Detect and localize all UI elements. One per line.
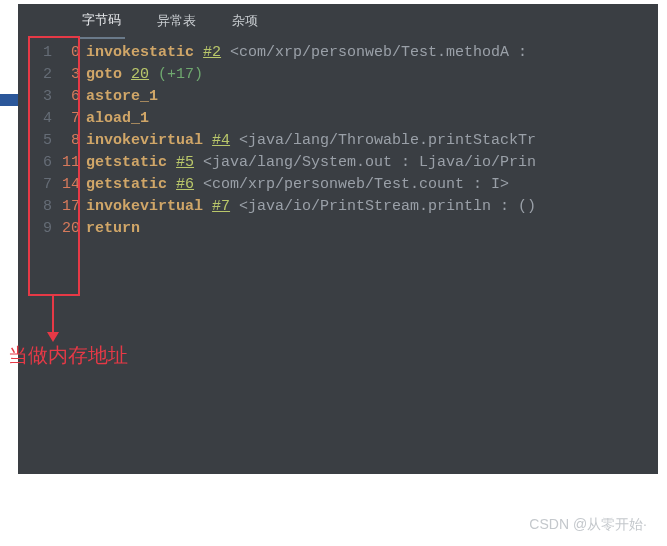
descriptor: <com/xrp/personweb/Test.count : I> <box>194 176 509 193</box>
bytecode-offset: 20 <box>60 218 86 240</box>
line-number: 1 <box>18 42 60 64</box>
opcode: astore_1 <box>86 88 158 105</box>
opcode: invokevirtual <box>86 132 203 149</box>
line-number: 9 <box>18 218 60 240</box>
annotation-arrow <box>52 296 54 340</box>
descriptor: <java/lang/Throwable.printStackTr <box>230 132 536 149</box>
opcode: goto <box>86 66 122 83</box>
bytecode-offset: 17 <box>60 196 86 218</box>
constant-pool-ref[interactable]: #7 <box>212 198 230 215</box>
opcode: invokevirtual <box>86 198 203 215</box>
instruction: goto 20 (+17) <box>86 64 658 86</box>
opcode: getstatic <box>86 176 167 193</box>
constant-pool-ref[interactable]: #5 <box>176 154 194 171</box>
code-line[interactable]: 36astore_1 <box>18 86 658 108</box>
bytecode-offset: 8 <box>60 130 86 152</box>
constant-pool-ref[interactable]: #2 <box>203 44 221 61</box>
line-number: 4 <box>18 108 60 130</box>
opcode: aload_1 <box>86 110 149 127</box>
instruction: return <box>86 218 658 240</box>
instruction: invokestatic #2 <com/xrp/personweb/Test.… <box>86 42 658 64</box>
tab-exception-table[interactable]: 异常表 <box>153 4 200 38</box>
line-number: 8 <box>18 196 60 218</box>
opcode: invokestatic <box>86 44 194 61</box>
tab-bytecode[interactable]: 字节码 <box>78 3 125 39</box>
code-line[interactable]: 58invokevirtual #4 <java/lang/Throwable.… <box>18 130 658 152</box>
line-number: 6 <box>18 152 60 174</box>
bytecode-offset: 14 <box>60 174 86 196</box>
bytecode-offset: 0 <box>60 42 86 64</box>
code-line[interactable]: 47aload_1 <box>18 108 658 130</box>
bytecode-offset: 6 <box>60 86 86 108</box>
instruction: astore_1 <box>86 86 658 108</box>
constant-pool-ref[interactable]: #6 <box>176 176 194 193</box>
instruction: invokevirtual #4 <java/lang/Throwable.pr… <box>86 130 658 152</box>
descriptor: <java/lang/System.out : Ljava/io/Prin <box>194 154 536 171</box>
opcode: return <box>86 220 140 237</box>
code-line[interactable]: 611getstatic #5 <java/lang/System.out : … <box>18 152 658 174</box>
constant-pool-ref[interactable]: #4 <box>212 132 230 149</box>
code-area[interactable]: 10invokestatic #2 <com/xrp/personweb/Tes… <box>18 38 658 240</box>
code-line[interactable]: 817invokevirtual #7 <java/io/PrintStream… <box>18 196 658 218</box>
bytecode-offset: 7 <box>60 108 86 130</box>
jump-target[interactable]: 20 <box>131 66 149 83</box>
jump-delta: (+17) <box>149 66 203 83</box>
code-line[interactable]: 714getstatic #6 <com/xrp/personweb/Test.… <box>18 174 658 196</box>
opcode: getstatic <box>86 154 167 171</box>
line-number: 7 <box>18 174 60 196</box>
bytecode-offset: 11 <box>60 152 86 174</box>
bytecode-offset: 3 <box>60 64 86 86</box>
line-number: 2 <box>18 64 60 86</box>
bytecode-editor-panel: 字节码 异常表 杂项 10invokestatic #2 <com/xrp/pe… <box>18 4 658 474</box>
annotation-label: 当做内存地址 <box>8 342 128 369</box>
descriptor: <java/io/PrintStream.println : () <box>230 198 536 215</box>
code-line[interactable]: 920return <box>18 218 658 240</box>
instruction: getstatic #6 <com/xrp/personweb/Test.cou… <box>86 174 658 196</box>
tab-misc[interactable]: 杂项 <box>228 4 262 38</box>
instruction: getstatic #5 <java/lang/System.out : Lja… <box>86 152 658 174</box>
code-line[interactable]: 23goto 20 (+17) <box>18 64 658 86</box>
instruction: invokevirtual #7 <java/io/PrintStream.pr… <box>86 196 658 218</box>
descriptor: <com/xrp/personweb/Test.methodA : <box>221 44 527 61</box>
instruction: aload_1 <box>86 108 658 130</box>
tab-bar: 字节码 异常表 杂项 <box>18 4 658 38</box>
code-line[interactable]: 10invokestatic #2 <com/xrp/personweb/Tes… <box>18 42 658 64</box>
left-accent-strip <box>0 94 18 106</box>
line-number: 3 <box>18 86 60 108</box>
watermark-text: CSDN @从零开始· <box>529 516 647 534</box>
line-number: 5 <box>18 130 60 152</box>
